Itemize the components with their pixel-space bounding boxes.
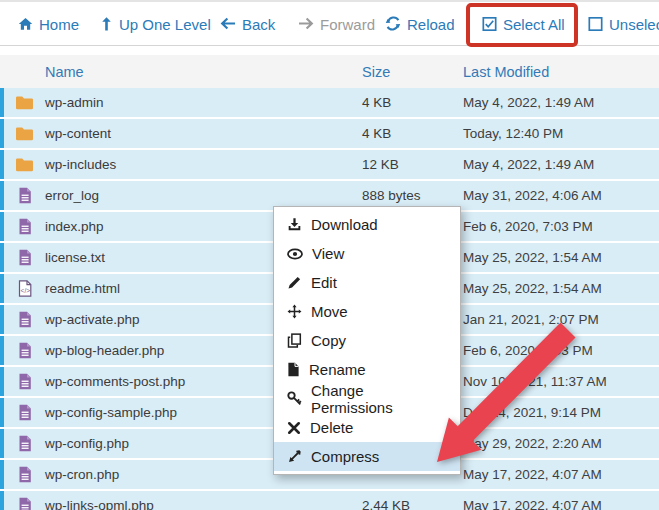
move-icon xyxy=(287,304,302,319)
select-all-button[interactable]: Select All xyxy=(482,15,565,32)
file-icon xyxy=(4,187,45,204)
folder-icon xyxy=(4,126,45,141)
up-one-level-label: Up One Level xyxy=(119,15,211,32)
compress-icon xyxy=(287,449,302,464)
reload-button[interactable]: Reload xyxy=(385,15,455,32)
file-modified: May 17, 2022, 4:07 AM xyxy=(463,467,659,482)
reload-icon xyxy=(385,16,401,32)
table-row[interactable]: wp-links-opml.php 2.44 KB May 17, 2022, … xyxy=(0,491,659,510)
table-header: Name Size Last Modified xyxy=(0,55,659,88)
file-icon xyxy=(4,497,45,510)
file-size: 12 KB xyxy=(362,157,463,172)
file-modified: May 4, 2022, 1:49 AM xyxy=(463,157,659,172)
file-modified: May 4, 2022, 1:49 AM xyxy=(463,95,659,110)
file-size: 888 bytes xyxy=(362,188,463,203)
file-icon xyxy=(4,435,45,452)
menu-label: Rename xyxy=(309,361,366,378)
checkbox-empty-icon xyxy=(588,16,603,31)
checkbox-checked-icon xyxy=(482,16,497,31)
file-name: wp-content xyxy=(45,126,362,141)
file-modified: May 29, 2022, 2:20 AM xyxy=(463,436,659,451)
menu-item-change-permissions[interactable]: Change Permissions xyxy=(274,384,460,413)
folder-icon xyxy=(4,95,45,110)
back-arrow-icon xyxy=(220,17,236,31)
menu-item-delete[interactable]: Delete xyxy=(274,413,460,442)
menu-label: Delete xyxy=(310,419,353,436)
file-icon xyxy=(4,404,45,421)
file-name: wp-links-opml.php xyxy=(45,498,362,510)
folder-icon xyxy=(4,157,45,172)
menu-item-compress[interactable]: Compress xyxy=(274,442,460,471)
menu-item-copy[interactable]: Copy xyxy=(274,326,460,355)
table-row[interactable]: wp-content 4 KB Today, 12:40 PM xyxy=(0,119,659,148)
file-size: 4 KB xyxy=(362,95,463,110)
pencil-icon xyxy=(287,275,302,290)
menu-item-move[interactable]: Move xyxy=(274,297,460,326)
file-name: error_log xyxy=(45,188,362,203)
column-header-last-modified[interactable]: Last Modified xyxy=(463,64,659,80)
unselect-button[interactable]: Unselect xyxy=(588,15,659,32)
file-modified: Feb 6, 2020, 7:03 PM xyxy=(463,219,659,234)
home-label: Home xyxy=(39,15,79,32)
menu-item-view[interactable]: View xyxy=(274,239,460,268)
menu-label: Copy xyxy=(311,332,346,349)
file-modified: May 17, 2022, 4:07 AM xyxy=(463,498,659,510)
file-modified: May 31, 2022, 4:06 AM xyxy=(463,188,659,203)
menu-label: Download xyxy=(311,216,378,233)
column-header-size[interactable]: Size xyxy=(362,64,463,80)
table-row[interactable]: wp-admin 4 KB May 4, 2022, 1:49 AM xyxy=(0,88,659,117)
file-modified: Feb 6, 2020, 7:03 PM xyxy=(463,343,659,358)
file-icon xyxy=(4,249,45,266)
forward-button[interactable]: Forward xyxy=(298,15,375,32)
home-icon xyxy=(18,16,33,31)
html-file-icon: </> xyxy=(4,280,45,297)
menu-item-rename[interactable]: Rename xyxy=(274,355,460,384)
context-menu: Download View Edit Move Copy Rename Chan… xyxy=(273,206,461,475)
svg-text:</>: </> xyxy=(20,287,30,294)
file-modified: May 25, 2022, 1:54 AM xyxy=(463,250,659,265)
eye-icon xyxy=(287,248,303,260)
key-icon xyxy=(287,391,302,406)
up-one-level-icon xyxy=(100,16,113,31)
rename-file-icon xyxy=(287,362,300,377)
reload-label: Reload xyxy=(407,15,455,32)
file-modified: Nov 10, 2021, 11:37 AM xyxy=(463,374,659,389)
back-label: Back xyxy=(242,15,275,32)
back-button[interactable]: Back xyxy=(220,15,275,32)
file-icon xyxy=(4,342,45,359)
forward-label: Forward xyxy=(320,15,375,32)
file-modified: May 25, 2022, 1:54 AM xyxy=(463,281,659,296)
menu-label: Edit xyxy=(311,274,337,291)
home-button[interactable]: Home xyxy=(18,15,79,32)
menu-item-edit[interactable]: Edit xyxy=(274,268,460,297)
menu-label: Compress xyxy=(311,448,379,465)
file-modified: Dec 14, 2021, 9:14 PM xyxy=(463,405,659,420)
delete-x-icon xyxy=(287,421,301,435)
file-size: 2.44 KB xyxy=(362,498,463,510)
up-one-level-button[interactable]: Up One Level xyxy=(100,15,211,32)
file-modified: Today, 12:40 PM xyxy=(463,126,659,141)
menu-item-download[interactable]: Download xyxy=(274,210,460,239)
table-row[interactable]: wp-includes 12 KB May 4, 2022, 1:49 AM xyxy=(0,150,659,179)
forward-arrow-icon xyxy=(298,17,314,31)
download-icon xyxy=(287,217,302,232)
file-manager-window: Home Up One Level Back Forward Reload Se… xyxy=(0,0,659,510)
select-all-label: Select All xyxy=(503,15,565,32)
file-modified: Jan 21, 2021, 2:07 PM xyxy=(463,312,659,327)
file-icon xyxy=(4,311,45,328)
toolbar: Home Up One Level Back Forward Reload Se… xyxy=(0,0,659,46)
file-icon xyxy=(4,466,45,483)
file-icon xyxy=(4,218,45,235)
copy-icon xyxy=(287,333,302,348)
menu-label: Move xyxy=(311,303,348,320)
file-name: wp-includes xyxy=(45,157,362,172)
file-name: wp-admin xyxy=(45,95,362,110)
unselect-label: Unselect xyxy=(609,15,659,32)
file-size: 4 KB xyxy=(362,126,463,141)
menu-label: Change Permissions xyxy=(311,382,447,416)
column-header-name[interactable]: Name xyxy=(45,64,362,80)
file-icon xyxy=(4,373,45,390)
menu-label: View xyxy=(312,245,344,262)
